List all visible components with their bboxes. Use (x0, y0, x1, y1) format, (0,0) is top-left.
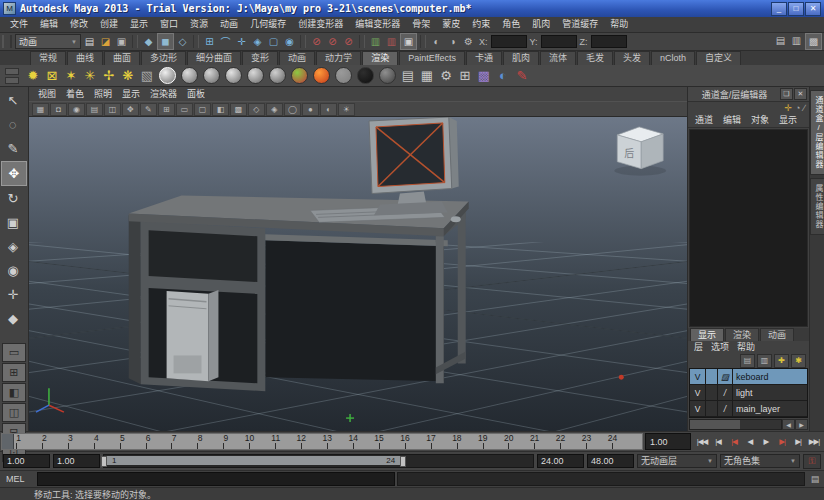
render-view-icon[interactable]: ▦ (418, 67, 436, 85)
channel-box-toggle-icon[interactable]: ▩ (805, 33, 822, 50)
timeline-frame[interactable]: 1 (2, 434, 28, 449)
shelf-tab[interactable]: 多边形 (141, 51, 186, 65)
z-coordinate-field[interactable] (591, 35, 627, 48)
two-d-pan-zoom-icon[interactable]: ✥ (122, 103, 139, 116)
area-light-icon[interactable]: ⊠ (43, 67, 61, 85)
grid-toggle-icon[interactable]: ⊞ (158, 103, 175, 116)
timeline-frame[interactable]: 3 (54, 434, 80, 449)
camera-attributes-icon[interactable]: ◉ (68, 103, 85, 116)
shelf-tab[interactable]: 动力学 (316, 51, 361, 65)
layer-options-icon[interactable]: ▥ (757, 354, 772, 368)
tool-settings-toggle-icon[interactable]: ▥ (789, 33, 804, 48)
output-connections-icon[interactable]: ⊘ (325, 34, 340, 49)
script-editor-icon[interactable]: ▤ (806, 471, 824, 487)
menu-item[interactable]: 文件 (4, 17, 34, 32)
phong-e-material-icon[interactable] (247, 67, 264, 84)
timeline-frame[interactable]: 12 (287, 434, 313, 449)
playback-end-field[interactable]: 24.00 (537, 454, 584, 468)
computer-tower-model[interactable] (167, 290, 219, 381)
shelf-tab[interactable]: 流体 (540, 51, 576, 65)
status-line-handle[interactable] (2, 35, 12, 48)
universal-manipulator-tool[interactable]: ◈ (1, 235, 25, 258)
character-set-dropdown[interactable]: 无角色集 ▼ (720, 454, 800, 468)
render-settings-icon[interactable]: ⚙ (461, 34, 476, 49)
paint-select-tool[interactable]: ✎ (1, 137, 25, 160)
locator-marker[interactable] (619, 375, 624, 380)
timeline-frame[interactable]: 2 (28, 434, 54, 449)
menu-item[interactable]: 几何缓存 (244, 17, 292, 32)
layer-visibility-toggle[interactable]: V (690, 369, 706, 384)
timeline-frame[interactable]: 18 (443, 434, 469, 449)
create-empty-layer-icon[interactable]: ✚ (774, 354, 789, 368)
go-to-end-button[interactable]: ▶▶| (806, 434, 822, 449)
shelf-tab[interactable]: 肌肉 (503, 51, 539, 65)
open-scene-icon[interactable]: ◪ (98, 34, 113, 49)
menu-item[interactable]: 修改 (64, 17, 94, 32)
status-icon[interactable] (420, 35, 426, 48)
timeline-frame[interactable]: 4 (80, 434, 106, 449)
timeline-frame[interactable]: 10 (235, 434, 261, 449)
lasso-select-tool[interactable]: ◌ (1, 113, 25, 136)
scroll-right-icon[interactable]: ▶ (795, 419, 808, 430)
mel-label[interactable]: MEL (0, 471, 36, 487)
step-forward-key-button[interactable]: ▶| (774, 434, 790, 449)
scrollbar-thumb[interactable] (690, 420, 740, 429)
step-back-key-button[interactable]: |◀ (726, 434, 742, 449)
y-coordinate-field[interactable] (541, 35, 577, 48)
timeline-frame[interactable]: 7 (158, 434, 184, 449)
timeline-frame[interactable]: 9 (209, 434, 235, 449)
layered-shader-icon[interactable] (269, 67, 286, 84)
safe-title-icon[interactable]: ◈ (266, 103, 283, 116)
ipr-render-icon[interactable]: ◑ (445, 34, 460, 49)
channel-box-menu-item[interactable]: 通道 (690, 113, 718, 128)
timeline-frame[interactable]: 24 (598, 434, 624, 449)
panel-menu-item[interactable]: 面板 (182, 87, 210, 101)
soft-modification-tool[interactable]: ◉ (1, 259, 25, 282)
lights-mode-icon[interactable]: ☀ (338, 103, 355, 116)
panel-menu-item[interactable]: 照明 (89, 87, 117, 101)
layout-persp-graph-button[interactable]: ◫ (2, 403, 26, 422)
menu-item[interactable]: 动画 (214, 17, 244, 32)
volume-light-icon[interactable]: ❋ (119, 67, 137, 85)
channel-box-empty-area[interactable] (689, 129, 808, 327)
point-light-icon[interactable]: ✳ (81, 67, 99, 85)
desk-model[interactable] (129, 196, 469, 392)
speed-ramp-icon[interactable]: ◔ (795, 103, 800, 113)
ambient-light-icon[interactable]: ✹ (24, 67, 42, 85)
command-input-field[interactable] (37, 472, 395, 486)
scale-tool[interactable]: ▣ (1, 211, 25, 234)
maximize-button[interactable]: □ (788, 2, 804, 16)
main_layer[interactable]: V / main_layer (690, 401, 807, 417)
construction-history-icon[interactable]: ⊘ (341, 34, 356, 49)
menu-item[interactable]: 资源 (184, 17, 214, 32)
timeline-frame[interactable]: 20 (495, 434, 521, 449)
shelf-tab[interactable]: 变形 (242, 51, 278, 65)
resolution-gate-icon[interactable]: ▢ (194, 103, 211, 116)
close-button[interactable]: ✕ (805, 2, 821, 16)
timeline-frame[interactable]: 23 (572, 434, 598, 449)
menu-item[interactable]: 编辑 (34, 17, 64, 32)
layer-visibility-toggle[interactable]: V (690, 385, 706, 400)
panel-float-button[interactable]: ❏ (780, 88, 793, 100)
playback-start-field[interactable]: 1.00 (53, 454, 100, 468)
manipulator-icon[interactable]: ✛ (785, 103, 793, 113)
render-settings-shelf-icon[interactable]: ⚙ (437, 67, 455, 85)
new-scene-icon[interactable]: ▤ (82, 34, 97, 49)
gate-mask-icon[interactable]: ◧ (212, 103, 229, 116)
step-back-frame-button[interactable]: |◀ (710, 434, 726, 449)
timeline-frame[interactable]: 5 (106, 434, 132, 449)
layer-type-swatch[interactable]: / (718, 401, 733, 416)
show-manipulator-tool[interactable]: ✛ (1, 283, 25, 306)
timeline-frame[interactable]: 16 (391, 434, 417, 449)
current-time-field[interactable]: 1.00 (645, 433, 691, 450)
last-tool-icon[interactable]: ◆ (1, 307, 25, 330)
layer-editor-tab[interactable]: 动画 (760, 328, 794, 341)
layout-four-pane-button[interactable]: ⊞ (2, 363, 26, 382)
shelf-tab[interactable]: PaintEffects (399, 51, 465, 65)
channel-box-menu-item[interactable]: 编辑 (718, 113, 746, 128)
play-backwards-button[interactable]: ◀ (742, 434, 758, 449)
shelf-tab[interactable]: 头发 (614, 51, 650, 65)
film-gate-icon[interactable]: ▭ (176, 103, 193, 116)
safe-action-icon[interactable]: ◇ (248, 103, 265, 116)
sidebar-vertical-tab[interactable]: 属性编辑器 (810, 178, 824, 235)
